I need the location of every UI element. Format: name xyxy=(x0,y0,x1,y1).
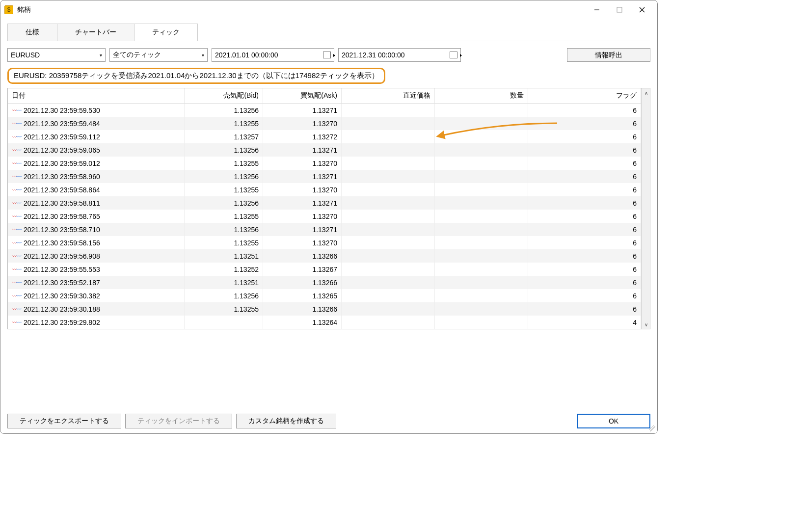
cell-last xyxy=(342,223,435,236)
cell-date: 〰〰2021.12.30 23:59:59.012 xyxy=(8,157,185,170)
wave-icon: 〰〰 xyxy=(12,280,21,286)
cell-ask: 1.13265 xyxy=(263,289,342,302)
maximize-button[interactable] xyxy=(608,2,631,17)
cell-flag: 6 xyxy=(528,196,641,210)
cell-last xyxy=(342,104,435,117)
cell-flag: 6 xyxy=(528,249,641,263)
import-ticks-button: ティックをインポートする xyxy=(125,414,232,428)
cell-last xyxy=(342,196,435,210)
cell-volume xyxy=(435,130,528,143)
table-row[interactable]: 〰〰2021.12.30 23:59:29.8021.132644 xyxy=(8,316,641,329)
cell-date: 〰〰2021.12.30 23:59:58.811 xyxy=(8,196,185,210)
cell-volume xyxy=(435,302,528,316)
cell-last xyxy=(342,263,435,276)
cell-volume xyxy=(435,143,528,157)
cell-flag: 6 xyxy=(528,276,641,289)
cell-flag: 6 xyxy=(528,263,641,276)
cell-flag: 6 xyxy=(528,302,641,316)
table-row[interactable]: 〰〰2021.12.30 23:59:59.4841.132551.132706 xyxy=(8,117,641,130)
cell-flag: 6 xyxy=(528,183,641,196)
app-icon: $ xyxy=(4,5,13,14)
col-date-header[interactable]: 日付 xyxy=(8,88,185,103)
export-ticks-button[interactable]: ティックをエクスポートする xyxy=(7,414,121,428)
cell-flag: 6 xyxy=(528,143,641,157)
cell-date: 〰〰2021.12.30 23:59:30.382 xyxy=(8,289,185,302)
table-header: 日付 売気配(Bid) 買気配(Ask) 直近価格 数量 フラグ xyxy=(8,88,641,104)
table-row[interactable]: 〰〰2021.12.30 23:59:58.7101.132561.132716 xyxy=(8,223,641,236)
status-text: EURUSD: 20359758ティックを受信済み2021.01.04から202… xyxy=(14,71,379,80)
table-row[interactable]: 〰〰2021.12.30 23:59:59.1121.132571.132726 xyxy=(8,130,641,143)
date-to-input[interactable]: 2021.12.31 00:00:00 xyxy=(338,48,461,62)
table-row[interactable]: 〰〰2021.12.30 23:59:59.5301.132561.132716 xyxy=(8,104,641,117)
table-row[interactable]: 〰〰2021.12.30 23:59:52.1871.132511.132666 xyxy=(8,276,641,289)
cell-bid: 1.13256 xyxy=(185,143,263,157)
col-volume-header[interactable]: 数量 xyxy=(435,88,528,103)
svg-rect-1 xyxy=(617,7,622,12)
tab-specifications[interactable]: 仕様 xyxy=(7,24,57,41)
cell-ask: 1.13266 xyxy=(263,249,342,263)
table-row[interactable]: 〰〰2021.12.30 23:59:55.5531.132521.132676 xyxy=(8,263,641,276)
cell-flag: 6 xyxy=(528,117,641,130)
tab-chart-bar[interactable]: チャートバー xyxy=(57,24,134,41)
vertical-scrollbar[interactable]: ∧ ∨ xyxy=(641,88,650,329)
tab-ticks[interactable]: ティック xyxy=(134,24,198,41)
table-row[interactable]: 〰〰2021.12.30 23:59:59.0121.132551.132706 xyxy=(8,157,641,170)
cell-bid: 1.13257 xyxy=(185,130,263,143)
tabs: 仕様 チャートバー ティック xyxy=(7,23,650,41)
cell-last xyxy=(342,302,435,316)
cell-bid: 1.13251 xyxy=(185,276,263,289)
cell-ask: 1.13271 xyxy=(263,104,342,117)
table-row[interactable]: 〰〰2021.12.30 23:59:59.0651.132561.132716 xyxy=(8,143,641,157)
symbol-select[interactable]: EURUSD ▾ xyxy=(7,48,106,62)
table-row[interactable]: 〰〰2021.12.30 23:59:30.1881.132551.132666 xyxy=(8,302,641,316)
window-title: 銘柄 xyxy=(17,5,586,14)
cell-ask: 1.13272 xyxy=(263,130,342,143)
close-button[interactable] xyxy=(631,2,653,17)
table-row[interactable]: 〰〰2021.12.30 23:59:30.3821.132561.132656 xyxy=(8,289,641,302)
wave-icon: 〰〰 xyxy=(12,240,21,246)
ticks-table: 日付 売気配(Bid) 買気配(Ask) 直近価格 数量 フラグ 〰〰2021.… xyxy=(7,88,650,329)
cell-volume xyxy=(435,170,528,183)
col-bid-header[interactable]: 売気配(Bid) xyxy=(185,88,263,103)
cell-bid: 1.13256 xyxy=(185,223,263,236)
table-row[interactable]: 〰〰2021.12.30 23:59:58.8111.132561.132716 xyxy=(8,196,641,210)
resize-grip[interactable] xyxy=(649,426,655,431)
table-row[interactable]: 〰〰2021.12.30 23:59:58.9601.132561.132716 xyxy=(8,170,641,183)
table-row[interactable]: 〰〰2021.12.30 23:59:58.7651.132551.132706 xyxy=(8,210,641,223)
cell-last xyxy=(342,289,435,302)
cell-flag: 6 xyxy=(528,170,641,183)
cell-flag: 4 xyxy=(528,316,641,329)
scroll-up-icon[interactable]: ∧ xyxy=(642,88,650,97)
col-last-header[interactable]: 直近価格 xyxy=(342,88,435,103)
cell-last xyxy=(342,170,435,183)
cell-ask: 1.13271 xyxy=(263,196,342,210)
ok-button[interactable]: OK xyxy=(577,414,650,428)
cell-last xyxy=(342,143,435,157)
col-ask-header[interactable]: 買気配(Ask) xyxy=(263,88,342,103)
cell-volume xyxy=(435,157,528,170)
cell-volume xyxy=(435,196,528,210)
date-from-input[interactable]: 2021.01.01 00:00:00 xyxy=(212,48,334,62)
request-info-button[interactable]: 情報呼出 xyxy=(567,48,650,62)
cell-ask: 1.13270 xyxy=(263,117,342,130)
create-custom-symbol-button[interactable]: カスタム銘柄を作成する xyxy=(236,414,336,428)
titlebar[interactable]: $ 銘柄 xyxy=(0,0,657,19)
wave-icon: 〰〰 xyxy=(12,160,21,166)
tick-type-select[interactable]: 全てのティック ▾ xyxy=(109,48,208,62)
table-row[interactable]: 〰〰2021.12.30 23:59:58.8641.132551.132706 xyxy=(8,183,641,196)
cell-volume xyxy=(435,117,528,130)
table-row[interactable]: 〰〰2021.12.30 23:59:56.9081.132511.132666 xyxy=(8,249,641,263)
cell-volume xyxy=(435,104,528,117)
cell-bid: 1.13251 xyxy=(185,249,263,263)
cell-date: 〰〰2021.12.30 23:59:58.960 xyxy=(8,170,185,183)
cell-bid: 1.13256 xyxy=(185,104,263,117)
cell-ask: 1.13266 xyxy=(263,276,342,289)
cell-bid: 1.13255 xyxy=(185,236,263,249)
minimize-button[interactable] xyxy=(586,2,608,17)
cell-date: 〰〰2021.12.30 23:59:58.156 xyxy=(8,236,185,249)
status-highlight: EURUSD: 20359758ティックを受信済み2021.01.04から202… xyxy=(7,68,385,84)
scroll-down-icon[interactable]: ∨ xyxy=(642,320,650,329)
col-flag-header[interactable]: フラグ xyxy=(528,88,641,103)
cell-volume xyxy=(435,263,528,276)
table-row[interactable]: 〰〰2021.12.30 23:59:58.1561.132551.132706 xyxy=(8,236,641,249)
